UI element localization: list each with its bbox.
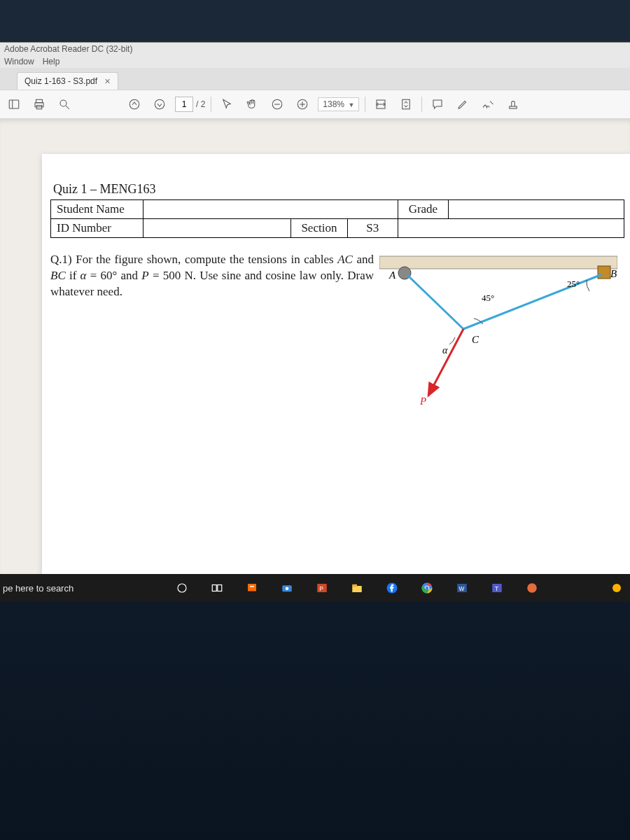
svg-text:W: W [459, 586, 465, 592]
svg-rect-26 [212, 585, 216, 592]
taskbar-search-text[interactable]: pe here to search [3, 583, 74, 594]
stamp-icon[interactable] [503, 94, 523, 114]
svg-rect-27 [218, 585, 222, 592]
tab-bar: Quiz 1-163 - S3.pdf ✕ [0, 68, 630, 90]
page-up-icon[interactable] [125, 94, 144, 114]
hand-pan-icon[interactable] [242, 94, 262, 114]
svg-rect-19 [379, 256, 617, 269]
question-figure: A B C P α 45° 25° [379, 252, 617, 413]
svg-rect-2 [36, 99, 43, 103]
fig-label-45: 45° [482, 293, 494, 303]
toolbar: / 2 138% ▼ [0, 90, 630, 119]
svg-line-24 [428, 329, 463, 396]
svg-point-8 [155, 99, 164, 109]
cortana-circle-icon[interactable] [172, 578, 192, 598]
word-icon[interactable]: W [451, 578, 472, 598]
q-text-ac: AC [337, 253, 353, 266]
svg-rect-21 [598, 266, 610, 279]
svg-point-31 [286, 587, 289, 591]
comment-icon[interactable] [428, 94, 447, 114]
q-text-part: Q.1) For the figure shown, compute the t… [50, 253, 337, 266]
q-text-alpha: α [80, 269, 87, 282]
camera-icon[interactable] [276, 578, 298, 598]
question-body: Q.1) For the figure shown, compute the t… [50, 252, 617, 413]
svg-text:T: T [495, 586, 498, 592]
id-number-value [144, 219, 291, 238]
svg-line-22 [407, 275, 463, 329]
search-icon[interactable] [55, 94, 74, 114]
fit-width-icon[interactable] [371, 94, 391, 114]
facebook-icon[interactable] [382, 578, 402, 598]
toolbar-separator [365, 97, 365, 112]
zoom-level-dropdown[interactable]: 138% ▼ [318, 97, 359, 111]
grade-label: Grade [398, 200, 448, 219]
section-label: Section [291, 219, 347, 238]
document-tab[interactable]: Quiz 1-163 - S3.pdf ✕ [17, 72, 118, 90]
page-indicator: / 2 [175, 97, 205, 112]
svg-line-6 [66, 106, 69, 109]
fig-label-b: B [610, 268, 617, 279]
question-text: Q.1) For the figure shown, compute the t… [50, 252, 374, 413]
svg-rect-16 [402, 99, 410, 109]
quiz-heading: Quiz 1 – MENG163 [53, 182, 617, 197]
q-text-part: and [353, 253, 374, 266]
zoom-out-icon[interactable] [267, 94, 287, 114]
q-text-bc: BC [50, 269, 66, 282]
windows-taskbar: pe here to search P [0, 574, 630, 602]
app-icon[interactable] [522, 578, 542, 598]
file-explorer-icon[interactable] [346, 578, 368, 598]
empty-cell [398, 219, 624, 238]
pdf-page: Quiz 1 – MENG163 Student Name Grade ID N… [42, 154, 630, 574]
pen-icon[interactable] [453, 94, 472, 114]
toolbar-separator [421, 97, 422, 112]
svg-text:P: P [319, 586, 323, 592]
print-icon[interactable] [29, 94, 49, 114]
table-row: ID Number Section S3 [51, 219, 624, 238]
sign-icon[interactable] [478, 94, 498, 114]
svg-rect-18 [510, 106, 517, 108]
svg-point-45 [612, 584, 621, 592]
fig-label-25: 25° [567, 279, 580, 289]
svg-line-17 [490, 102, 493, 105]
toolbar-separator [211, 97, 211, 112]
page-down-icon[interactable] [150, 94, 169, 114]
app-title: Adobe Acrobat Reader DC (32-bit) [4, 44, 132, 54]
menu-help[interactable]: Help [43, 57, 60, 66]
selection-arrow-icon[interactable] [217, 94, 237, 114]
svg-rect-35 [352, 584, 357, 587]
page-total: / 2 [196, 99, 205, 109]
fig-label-p: P [419, 396, 426, 407]
chevron-down-icon: ▼ [348, 102, 354, 108]
fit-page-icon[interactable] [396, 94, 416, 114]
menu-window[interactable]: Window [4, 57, 34, 66]
laptop-screen: Adobe Acrobat Reader DC (32-bit) Window … [0, 0, 630, 840]
student-name-label: Student Name [51, 200, 144, 219]
svg-rect-29 [250, 586, 254, 587]
tray-icon[interactable] [606, 578, 627, 598]
close-icon[interactable]: ✕ [104, 77, 111, 86]
section-value: S3 [347, 219, 398, 238]
fig-label-alpha: α [442, 345, 448, 356]
task-view-icon[interactable] [206, 578, 227, 598]
zoom-in-icon[interactable] [293, 94, 312, 114]
info-table: Student Name Grade ID Number Section S3 [50, 200, 624, 238]
student-name-value [144, 200, 398, 219]
grade-value [449, 200, 624, 219]
svg-point-25 [178, 584, 186, 592]
teams-icon[interactable]: T [486, 578, 507, 598]
document-viewport[interactable]: Quiz 1 – MENG163 Student Name Grade ID N… [0, 119, 630, 574]
q-text-p: P [141, 269, 148, 282]
svg-point-44 [527, 583, 537, 593]
svg-point-5 [60, 100, 66, 106]
sidebar-toggle-icon[interactable] [4, 94, 24, 114]
powerpoint-icon[interactable]: P [312, 578, 332, 598]
tab-label: Quiz 1-163 - S3.pdf [24, 76, 97, 86]
menubar: Window Help [0, 55, 630, 68]
page-number-input[interactable] [175, 97, 193, 112]
q-text-part: if [66, 269, 80, 282]
zoom-value: 138% [323, 99, 344, 109]
chrome-icon[interactable] [416, 578, 438, 598]
fig-label-c: C [472, 334, 479, 345]
paint-icon[interactable] [241, 578, 262, 598]
svg-rect-28 [248, 584, 256, 592]
